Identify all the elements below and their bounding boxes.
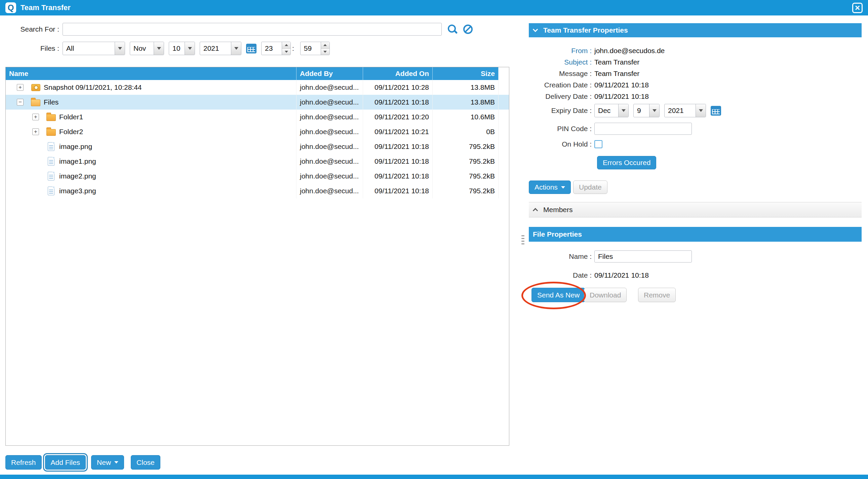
added-by-cell: john.doe@secud... [297, 95, 363, 109]
pin-code-input[interactable] [594, 123, 692, 135]
table-row[interactable]: + Folder2 john.doe@secud... 09/11/2021 1… [6, 124, 509, 139]
on-hold-checkbox[interactable] [594, 140, 602, 148]
expiry-day-value: 9 [634, 104, 649, 117]
add-files-button[interactable]: Add Files [45, 455, 86, 470]
files-filter-select[interactable]: All [63, 42, 125, 55]
file-browser-pane: Search For : Files : All Nov 10 2021 23 [0, 15, 520, 475]
table-row[interactable]: + Folder1 john.doe@secud... 09/11/2021 1… [6, 109, 509, 124]
folder-icon [46, 129, 56, 136]
properties-fields: From : john.doe@secudos.de Subject : Tea… [529, 45, 862, 102]
spinner-up-icon[interactable] [321, 42, 330, 49]
expander-icon[interactable]: + [32, 128, 39, 135]
column-header-added-on[interactable]: Added On [363, 67, 433, 80]
team-transfer-properties-header[interactable]: Team Transfer Properties [529, 23, 862, 37]
message-label: Message : [529, 70, 594, 78]
file-name: Files [44, 98, 59, 106]
expiry-month-select[interactable]: Dec [594, 104, 629, 117]
added-on-cell: 09/11/2021 10:28 [363, 80, 433, 95]
errors-occured-button[interactable]: Errors Occured [597, 156, 656, 169]
size-cell: 795.2kB [433, 169, 499, 184]
added-on-cell: 09/11/2021 10:18 [363, 139, 433, 154]
creation-date-label: Creation Date : [529, 81, 594, 89]
column-header-size[interactable]: Size [433, 67, 499, 80]
file-tree-table: Name Added By Added On Size + Snapshot 0… [5, 67, 509, 446]
time-separator: : [292, 44, 294, 53]
window-titlebar: Q Team Transfer × [0, 0, 868, 15]
expiry-year-select[interactable]: 2021 [664, 104, 706, 117]
window-bottom-border [0, 475, 868, 479]
filter-row: Files : All Nov 10 2021 23 : 59 [0, 42, 330, 55]
pin-code-row: PIN Code : [529, 122, 862, 135]
chevron-up-icon [533, 208, 538, 214]
size-cell: 0B [433, 124, 499, 139]
folder-open-icon [31, 99, 40, 106]
calendar-icon[interactable] [246, 44, 256, 54]
expander-icon[interactable]: + [17, 84, 24, 91]
minute-spinner[interactable]: 59 [300, 42, 330, 55]
table-row[interactable]: image.png john.doe@secud... 09/11/2021 1… [6, 139, 509, 154]
spinner-down-icon[interactable] [321, 49, 330, 55]
remove-button[interactable]: Remove [638, 288, 676, 302]
send-as-new-button[interactable]: Send As New [531, 288, 585, 302]
refresh-button[interactable]: Refresh [5, 455, 42, 470]
column-header-name[interactable]: Name [6, 67, 297, 80]
on-hold-row: On Hold : [529, 139, 862, 149]
footer-toolbar: Refresh Add Files New Close [5, 455, 164, 470]
new-button[interactable]: New [91, 455, 124, 470]
on-hold-label: On Hold : [529, 140, 594, 148]
size-cell: 13.8MB [433, 80, 499, 95]
table-row[interactable]: image2.png john.doe@secud... 09/11/2021 … [6, 169, 509, 184]
added-on-cell: 09/11/2021 10:18 [363, 169, 433, 184]
close-button[interactable]: Close [131, 455, 160, 470]
search-icon[interactable] [447, 24, 458, 35]
search-label: Search For : [0, 25, 63, 33]
members-section-header[interactable]: Members [529, 202, 862, 218]
added-by-cell: john.doe@secud... [297, 139, 363, 154]
table-row[interactable]: image1.png john.doe@secud... 09/11/2021 … [6, 154, 509, 169]
chevron-down-icon [185, 42, 195, 55]
update-button[interactable]: Update [573, 181, 608, 194]
new-button-label: New [97, 458, 111, 467]
search-row: Search For : [0, 23, 473, 36]
file-name-row: Name : [529, 250, 862, 263]
expander-icon[interactable]: − [17, 99, 24, 105]
year-select[interactable]: 2021 [200, 42, 241, 55]
hour-spinner[interactable]: 23 [261, 42, 291, 55]
month-select[interactable]: Nov [130, 42, 164, 55]
pane-splitter-handle[interactable] [521, 235, 524, 244]
actions-button[interactable]: Actions [529, 181, 571, 194]
expiry-day-select[interactable]: 9 [633, 104, 659, 117]
added-by-cell: john.doe@secud... [297, 169, 363, 184]
month-value: Nov [130, 42, 154, 55]
chevron-down-icon [533, 27, 538, 32]
file-name: Folder1 [59, 113, 83, 121]
table-row[interactable]: + Snapshot 09/11/2021, 10:28:44 john.doe… [6, 80, 509, 95]
delivery-date-label: Delivery Date : [529, 92, 594, 100]
clear-search-icon[interactable] [463, 25, 473, 34]
spinner-up-icon[interactable] [282, 42, 290, 49]
file-name-input[interactable] [594, 250, 692, 262]
added-on-cell: 09/11/2021 10:18 [363, 184, 433, 198]
expander-icon[interactable]: + [32, 114, 39, 120]
table-row[interactable]: image3.png john.doe@secud... 09/11/2021 … [6, 184, 509, 198]
chevron-down-icon [114, 461, 118, 464]
snapshot-icon [31, 84, 40, 91]
day-value: 10 [169, 42, 185, 55]
spinner-down-icon[interactable] [282, 49, 290, 55]
chevron-down-icon [231, 42, 241, 55]
column-header-added-by[interactable]: Added By [297, 67, 363, 80]
file-properties-buttons: Send As New Download Remove [529, 288, 862, 302]
window-close-button[interactable]: × [852, 3, 863, 13]
search-input[interactable] [63, 23, 442, 36]
download-button[interactable]: Download [584, 288, 627, 302]
file-date-label: Date : [529, 271, 594, 279]
file-name-label: Name : [529, 252, 594, 260]
day-select[interactable]: 10 [169, 42, 195, 55]
table-row-selected[interactable]: − Files john.doe@secud... 09/11/2021 10:… [6, 95, 509, 109]
expiry-date-label: Expiry Date : [529, 106, 594, 115]
calendar-icon[interactable] [711, 106, 721, 116]
added-by-cell: john.doe@secud... [297, 80, 363, 95]
size-cell: 10.6MB [433, 109, 499, 124]
added-by-cell: john.doe@secud... [297, 109, 363, 124]
size-cell: 795.2kB [433, 184, 499, 198]
